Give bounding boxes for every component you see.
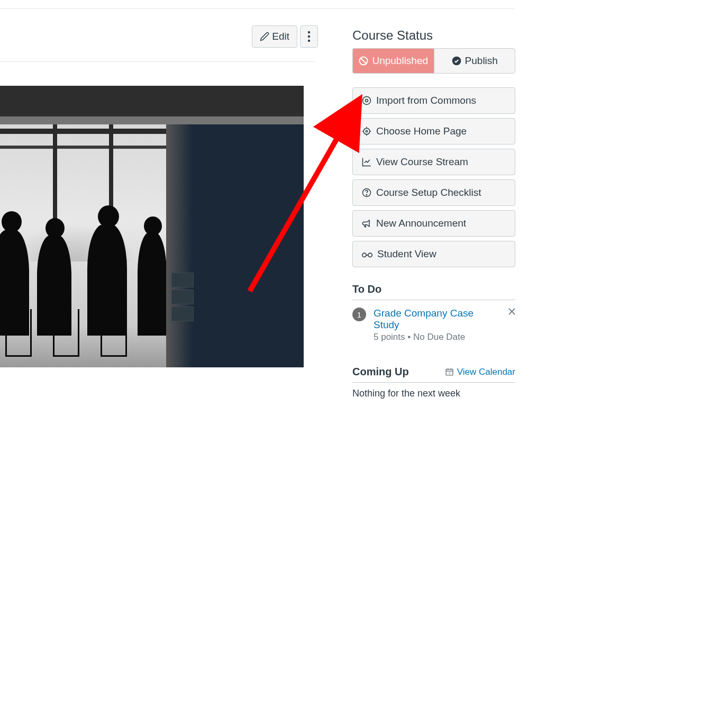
glasses-icon (361, 249, 373, 259)
new-announcement-button[interactable]: New Announcement (352, 210, 515, 237)
coming-up-empty: Nothing for the next week (352, 383, 515, 399)
svg-point-1 (308, 35, 310, 38)
svg-point-0 (308, 31, 310, 33)
todo-item-link[interactable]: Grade Company Case Study (374, 308, 474, 330)
svg-point-7 (363, 128, 370, 134)
publish-button[interactable]: Publish (434, 48, 516, 74)
view-calendar-link[interactable]: 3 View Calendar (445, 367, 515, 377)
pencil-icon (260, 32, 269, 41)
commons-icon (361, 95, 372, 106)
coming-up-title: Coming Up (352, 366, 409, 378)
close-icon (508, 308, 515, 315)
svg-point-14 (366, 195, 367, 195)
content-divider (0, 61, 315, 62)
svg-point-15 (362, 253, 366, 257)
todo-heading: To Do (352, 283, 515, 300)
target-icon (361, 126, 372, 137)
course-status-heading: Course Status (352, 28, 515, 43)
student-view-button[interactable]: Student View (352, 241, 515, 267)
choose-home-button[interactable]: Choose Home Page (352, 118, 515, 145)
svg-text:3: 3 (449, 372, 450, 375)
check-circle-icon (451, 56, 462, 66)
todo-item-meta: 5 points • No Due Date (374, 332, 501, 342)
megaphone-icon (361, 218, 372, 229)
import-commons-label: Import from Commons (376, 95, 476, 106)
todo-item: 1 Grade Company Case Study 5 points • No… (352, 300, 515, 350)
student-view-label: Student View (377, 248, 436, 260)
unpublished-label: Unpublished (372, 55, 428, 67)
view-calendar-label: View Calendar (457, 367, 515, 377)
new-announcement-label: New Announcement (376, 218, 466, 229)
edit-label: Edit (272, 31, 289, 42)
svg-point-16 (368, 253, 372, 257)
ban-icon (358, 56, 369, 66)
course-sidebar: Course Status Unpublished Publish Import… (352, 28, 515, 399)
view-stream-button[interactable]: View Course Stream (352, 149, 515, 175)
kebab-icon (307, 31, 311, 42)
course-hero-image (0, 86, 304, 367)
question-circle-icon (361, 187, 372, 198)
coming-up-header: Coming Up 3 View Calendar (352, 366, 515, 383)
svg-point-8 (366, 130, 367, 132)
page-toolbar: Edit (252, 25, 318, 48)
calendar-icon: 3 (445, 367, 454, 376)
setup-checklist-label: Course Setup Checklist (376, 187, 481, 198)
more-options-button[interactable] (300, 25, 318, 48)
edit-button[interactable]: Edit (252, 25, 297, 48)
unpublished-button[interactable]: Unpublished (352, 48, 434, 74)
todo-dismiss-button[interactable] (508, 308, 515, 317)
top-divider (0, 8, 515, 9)
setup-checklist-button[interactable]: Course Setup Checklist (352, 179, 515, 206)
import-commons-button[interactable]: Import from Commons (352, 87, 515, 114)
choose-home-label: Choose Home Page (376, 125, 467, 137)
chart-icon (361, 157, 372, 167)
todo-count-badge: 1 (352, 308, 366, 321)
view-stream-label: View Course Stream (376, 156, 468, 168)
svg-point-6 (366, 100, 368, 102)
svg-line-4 (361, 58, 367, 64)
publish-label: Publish (465, 55, 498, 67)
status-button-group: Unpublished Publish (352, 48, 515, 74)
svg-point-2 (308, 40, 310, 42)
